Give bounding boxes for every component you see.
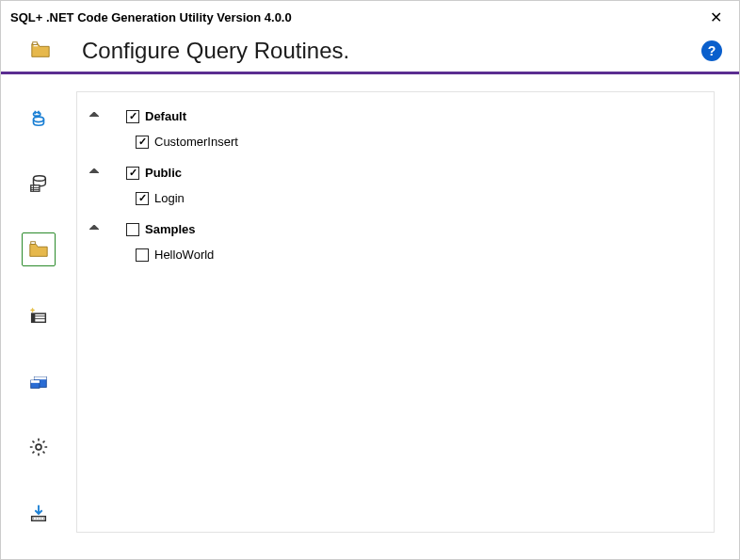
page-title: Configure Query Routines.	[82, 38, 701, 64]
tree-item: HelloWorld	[117, 248, 702, 262]
group-checkbox[interactable]	[126, 167, 139, 180]
nav-enum-list[interactable]	[22, 298, 56, 332]
expander-icon[interactable]	[88, 168, 100, 179]
nav-settings[interactable]	[22, 430, 56, 464]
routine-tree-panel: Default CustomerInsert Public Login	[76, 91, 715, 533]
title-bar: SQL+ .NET Code Generation Utility Versio…	[1, 1, 739, 30]
svg-rect-14	[34, 376, 46, 379]
item-checkbox[interactable]	[136, 192, 149, 205]
group-label: Public	[145, 166, 182, 180]
header-folder-icon	[29, 40, 52, 63]
nav-db-stored[interactable]	[22, 167, 56, 200]
item-checkbox[interactable]	[136, 248, 149, 262]
gear-icon	[28, 437, 49, 457]
svg-point-1	[34, 117, 44, 121]
svg-rect-8	[31, 242, 36, 245]
item-label: Login	[154, 191, 185, 205]
nav-tab-config[interactable]	[22, 364, 56, 398]
download-icon	[28, 503, 49, 523]
nav-folder-queries[interactable]	[22, 232, 56, 266]
nav-download[interactable]	[22, 496, 56, 530]
workspace: Default CustomerInsert Public Login	[1, 74, 739, 550]
window-title: SQL+ .NET Code Generation Utility Versio…	[10, 10, 292, 24]
nav-db-connect[interactable]	[22, 101, 56, 135]
window-icon	[28, 371, 49, 392]
item-checkbox[interactable]	[136, 136, 149, 149]
group-label: Default	[145, 109, 186, 123]
tree-item: Login	[117, 191, 702, 205]
side-rail	[1, 74, 76, 550]
item-label: CustomerInsert	[154, 135, 238, 149]
tree-group: Public Login	[88, 166, 702, 205]
sparkle-list-icon	[28, 305, 49, 326]
svg-rect-0	[33, 41, 38, 44]
svg-point-17	[36, 444, 41, 450]
header: Configure Query Routines. ?	[1, 30, 739, 72]
tree-group: Samples HelloWorld	[88, 222, 702, 262]
folder-open-icon	[28, 239, 49, 260]
group-label: Samples	[145, 222, 195, 236]
tree-group: Default CustomerInsert	[88, 109, 702, 149]
svg-rect-16	[31, 380, 40, 383]
svg-point-3	[34, 176, 46, 182]
item-label: HelloWorld	[154, 248, 214, 262]
group-checkbox[interactable]	[126, 223, 139, 236]
tree-item: CustomerInsert	[117, 135, 702, 149]
expander-icon[interactable]	[88, 111, 100, 122]
help-button[interactable]: ?	[701, 40, 722, 61]
close-button[interactable]: ✕	[702, 7, 730, 28]
svg-rect-12	[32, 313, 36, 322]
plug-db-icon	[28, 107, 49, 128]
expander-icon[interactable]	[88, 224, 100, 235]
db-table-icon	[28, 173, 49, 194]
group-checkbox[interactable]	[126, 110, 139, 123]
